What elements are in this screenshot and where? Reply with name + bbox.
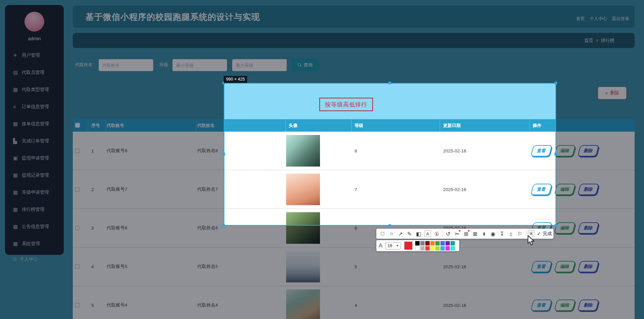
pen-tool-icon[interactable]: ✎ bbox=[405, 229, 414, 238]
row-checkbox[interactable] bbox=[75, 149, 79, 153]
download-icon[interactable]: ↧ bbox=[497, 229, 506, 238]
palette-color-ffff00[interactable] bbox=[430, 246, 435, 250]
annotation-text-box[interactable]: 按等级高低排行 bbox=[319, 98, 373, 111]
app-window: admin ✈ 用户管理 ▤ 代取员管理 ▦ 代取类型管理 ≡ 订单信息管理 ▦… bbox=[0, 0, 644, 319]
selection-handle-tc[interactable] bbox=[388, 82, 391, 84]
delete-button[interactable]: 删除 bbox=[577, 184, 599, 195]
palette-color-808080[interactable] bbox=[420, 241, 425, 245]
sidebar-item-notice-manage[interactable]: ▦ 公告信息管理 bbox=[5, 218, 64, 235]
extract-text-icon[interactable]: ⊠ bbox=[471, 229, 480, 238]
avatar-image-portrait-photo-5 bbox=[286, 289, 320, 319]
palette-color-4aa3e8[interactable] bbox=[440, 246, 445, 250]
palette-color-b3b3b3[interactable] bbox=[420, 246, 425, 250]
select-all-checkbox[interactable] bbox=[75, 123, 80, 128]
scissors-ocr-icon[interactable]: ✂ bbox=[452, 229, 462, 238]
row-checkbox[interactable] bbox=[75, 187, 79, 192]
selection-handle-bc[interactable] bbox=[388, 224, 391, 227]
text-tool-icon[interactable]: A bbox=[424, 230, 431, 237]
col-index: 序号 bbox=[91, 119, 100, 132]
view-button[interactable]: 查看 bbox=[530, 184, 552, 195]
selection-handle-bl[interactable] bbox=[222, 224, 225, 227]
edit-button[interactable]: 编辑 bbox=[554, 222, 576, 234]
arrow-tool-icon[interactable]: ↗ bbox=[396, 229, 405, 238]
palette-color-17a398[interactable] bbox=[450, 241, 455, 245]
max-level-input[interactable] bbox=[232, 59, 287, 71]
sidebar-item-pickup-type-manage[interactable]: ▦ 代取类型管理 bbox=[5, 81, 64, 98]
edit-button[interactable]: 编辑 bbox=[554, 145, 576, 156]
palette-color-e82ee8[interactable] bbox=[445, 246, 450, 250]
link-profile[interactable]: 个人中心 bbox=[590, 16, 607, 22]
view-button[interactable]: 查看 bbox=[530, 261, 552, 272]
palette-color-4a6be0[interactable] bbox=[440, 241, 445, 245]
menu-icon: ▦ bbox=[13, 172, 22, 178]
done-button[interactable]: ✓完成 bbox=[537, 231, 552, 237]
sidebar-item-ranking-manage[interactable]: ▦ 排行榜管理 bbox=[5, 201, 64, 218]
palette-color-ffffff[interactable] bbox=[415, 246, 420, 250]
sidebar-item-agent-manage[interactable]: ▤ 代取员管理 bbox=[5, 64, 64, 81]
palette-color-f07f2f[interactable] bbox=[430, 241, 435, 245]
delete-button[interactable]: 删除 bbox=[577, 261, 599, 272]
name-input[interactable] bbox=[99, 59, 153, 71]
link-home[interactable]: 首页 bbox=[576, 16, 585, 22]
view-button[interactable]: 查看 bbox=[530, 300, 552, 311]
sidebar-item-profile-center[interactable]: ⊟ 个人中心 bbox=[12, 256, 38, 262]
sidebar-item-finished-order-manage[interactable]: ▙ 完成订单管理 bbox=[5, 132, 64, 149]
mosaic-tool-icon[interactable]: ◧ bbox=[414, 229, 423, 238]
delete-button[interactable]: 删除 bbox=[577, 300, 599, 311]
delete-button[interactable]: 删除 bbox=[577, 222, 599, 234]
undo-icon[interactable]: ↺ bbox=[444, 229, 453, 238]
row-checkbox[interactable] bbox=[75, 303, 79, 308]
close-icon[interactable]: × bbox=[528, 230, 535, 237]
palette-color-8b0000[interactable] bbox=[425, 241, 430, 245]
selection-highlight-band bbox=[224, 84, 555, 119]
row-checkbox[interactable] bbox=[75, 226, 79, 230]
col-avatar: 头像 bbox=[289, 119, 298, 132]
palette-color-000000[interactable] bbox=[415, 241, 420, 245]
breadcrumb-bar: 首页 ≡ 排行榜 bbox=[73, 33, 635, 48]
edit-button[interactable]: 编辑 bbox=[554, 261, 576, 272]
link-logout[interactable]: 退出登录 bbox=[612, 16, 629, 22]
sidebar-item-withdraw-apply-manage[interactable]: ▣ 提现申请管理 bbox=[5, 149, 64, 167]
min-level-input[interactable] bbox=[172, 59, 227, 71]
row-checkbox[interactable] bbox=[75, 265, 79, 269]
selection-handle-tr[interactable] bbox=[554, 82, 557, 84]
translate-icon[interactable]: ⊞ bbox=[462, 229, 471, 238]
font-size-select[interactable]: 16 ▼ bbox=[385, 242, 401, 249]
breadcrumb-home[interactable]: 首页 bbox=[584, 38, 593, 44]
selection-handle-br[interactable] bbox=[554, 224, 557, 227]
current-color-swatch[interactable] bbox=[404, 241, 413, 250]
sidebar-item-order-info-manage[interactable]: ≡ 订单信息管理 bbox=[5, 98, 64, 115]
sidebar-item-withdraw-record-manage[interactable]: ▦ 提现记录管理 bbox=[5, 167, 64, 184]
sidebar-item-level-apply-manage[interactable]: ▦ 等级申请管理 bbox=[5, 184, 64, 201]
pin-icon[interactable]: ✒ bbox=[480, 229, 488, 238]
query-button[interactable]: 查询 bbox=[291, 58, 319, 72]
sidebar-item-system-manage[interactable]: ▦ 系统管理 bbox=[5, 235, 64, 252]
sidebar-item-accept-info-manage[interactable]: ▦ 接单信息管理 bbox=[5, 115, 64, 132]
edit-button[interactable]: 编辑 bbox=[554, 300, 576, 311]
rect-tool-icon[interactable]: □ bbox=[378, 229, 387, 238]
bookmark-icon[interactable]: ⚐ bbox=[516, 229, 525, 238]
record-icon[interactable]: ◉ bbox=[488, 229, 497, 238]
sidebar-item-label: 代取类型管理 bbox=[22, 87, 49, 93]
close-x-icon: × bbox=[605, 90, 608, 96]
phone-icon[interactable]: ▯ bbox=[506, 229, 516, 238]
toolbar-separator bbox=[526, 231, 526, 237]
selection-handle-mr[interactable] bbox=[554, 153, 557, 155]
step-number-tool-icon[interactable]: ① bbox=[432, 229, 441, 238]
ellipse-tool-icon[interactable]: ○ bbox=[387, 229, 396, 238]
edit-button[interactable]: 编辑 bbox=[554, 184, 576, 195]
sidebar-item-user-manage[interactable]: ✈ 用户管理 bbox=[5, 47, 64, 64]
palette-color-e83e3e[interactable] bbox=[425, 246, 430, 250]
check-icon: ✓ bbox=[537, 231, 541, 237]
view-button[interactable]: 查看 bbox=[530, 145, 552, 156]
palette-color-a6e22e[interactable] bbox=[435, 246, 440, 250]
menu-icon: ▙ bbox=[13, 138, 22, 144]
delete-button[interactable]: 删除 bbox=[577, 145, 599, 156]
palette-color-7a1fa2[interactable] bbox=[445, 241, 450, 245]
selection-handle-ml[interactable] bbox=[222, 153, 225, 155]
cell-name: 代取姓名8 bbox=[197, 148, 218, 154]
batch-delete-button[interactable]: × 删除 bbox=[598, 87, 627, 99]
palette-color-3c9e3c[interactable] bbox=[435, 241, 440, 245]
palette-color-2ee8d8[interactable] bbox=[450, 246, 455, 250]
search-icon bbox=[298, 63, 302, 67]
